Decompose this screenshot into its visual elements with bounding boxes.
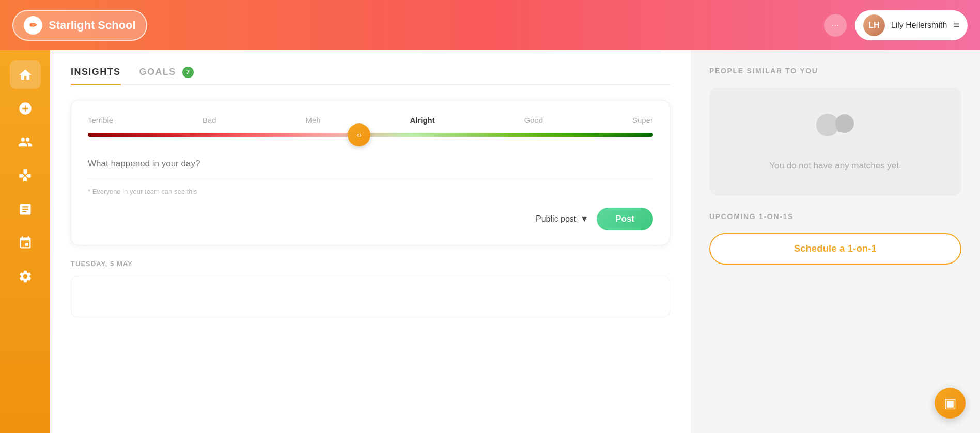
dots-icon: ···	[831, 20, 839, 30]
logo-icon: ✏	[24, 16, 42, 35]
user-profile-button[interactable]: LH Lily Hellersmith ≡	[855, 10, 968, 40]
chat-bubble-button[interactable]: ▣	[935, 388, 966, 419]
chat-icon: ▣	[944, 395, 957, 411]
mood-terrible: Terrible	[88, 116, 113, 125]
mood-slider-handle[interactable]: ‹›	[348, 123, 370, 146]
slider-arrow-icon: ‹›	[356, 131, 361, 139]
tab-insights[interactable]: INSIGHTS	[71, 67, 121, 84]
logo-area[interactable]: ✏ Starlight School	[12, 10, 147, 41]
visibility-hint: * Everyone in your team can see this	[88, 188, 653, 195]
upcoming-section: UPCOMING 1-ON-1S Schedule a 1-on-1	[709, 212, 961, 265]
gear-icon	[18, 269, 33, 284]
sidebar-item-people[interactable]	[10, 128, 41, 156]
mood-footer: Public post ▼ Post	[88, 208, 653, 230]
mood-bad: Bad	[203, 116, 216, 125]
sidebar-item-reports[interactable]	[10, 195, 41, 223]
org-icon	[18, 236, 33, 250]
svg-rect-3	[838, 126, 845, 132]
users-icon	[18, 135, 33, 149]
plus-circle-icon	[18, 101, 33, 116]
quote-icon	[815, 112, 856, 150]
mood-super: Super	[632, 116, 653, 125]
sidebar	[0, 50, 50, 433]
mood-slider-container: ‹›	[88, 133, 653, 137]
header: ✏ Starlight School ··· LH Lily Hellersmi…	[0, 0, 980, 50]
visibility-dropdown[interactable]: Public post ▼	[536, 214, 588, 224]
date-label: TUESDAY, 5 MAY	[71, 260, 670, 268]
logo-symbol: ✏	[29, 20, 37, 31]
mood-card: Terrible Bad Meh Alright Good Super ‹› ⚪	[71, 100, 670, 245]
schedule-1on1-button[interactable]: Schedule a 1-on-1	[709, 233, 961, 265]
goals-badge: 7	[182, 67, 194, 78]
mood-slider-track: ‹›	[88, 133, 653, 137]
post-button[interactable]: Post	[597, 208, 653, 230]
home-icon	[18, 68, 33, 82]
sidebar-item-games[interactable]	[10, 161, 41, 190]
tab-goals[interactable]: GOALS 7	[139, 67, 194, 84]
svg-rect-2	[821, 128, 829, 135]
similar-people-title: PEOPLE SIMILAR TO YOU	[709, 67, 961, 75]
hamburger-icon: ≡	[953, 19, 959, 31]
main-layout: INSIGHTS GOALS 7 Terrible Bad Meh Alrigh…	[50, 50, 980, 433]
upcoming-title: UPCOMING 1-ON-1S	[709, 212, 961, 221]
gamepad-icon	[18, 168, 33, 183]
sidebar-item-add[interactable]	[10, 94, 41, 122]
sidebar-item-home[interactable]	[10, 60, 41, 89]
sidebar-item-org[interactable]	[10, 228, 41, 257]
chevron-down-icon: ▼	[580, 214, 588, 224]
mood-labels: Terrible Bad Meh Alright Good Super	[88, 116, 653, 125]
day-description-input[interactable]	[88, 153, 653, 179]
mood-good: Good	[524, 116, 543, 125]
entry-card-placeholder	[71, 276, 670, 317]
no-matches-text: You do not have any matches yet.	[769, 161, 901, 171]
right-panel: PEOPLE SIMILAR TO YOU You do not have an…	[691, 50, 980, 433]
no-matches-area: You do not have any matches yet.	[709, 87, 961, 196]
user-name: Lily Hellersmith	[891, 21, 947, 30]
visibility-label: Public post	[536, 214, 576, 224]
app-title: Starlight School	[49, 19, 136, 32]
more-options-button[interactable]: ···	[824, 14, 847, 37]
text-input-area: ⚪ ◻	[88, 153, 653, 181]
content-area: INSIGHTS GOALS 7 Terrible Bad Meh Alrigh…	[50, 50, 691, 433]
chart-icon	[18, 202, 33, 216]
mood-meh: Meh	[305, 116, 320, 125]
mood-alright: Alright	[410, 116, 434, 125]
sidebar-item-settings[interactable]	[10, 262, 41, 290]
header-right: ··· LH Lily Hellersmith ≡	[824, 10, 968, 40]
avatar: LH	[863, 14, 885, 36]
tabs: INSIGHTS GOALS 7	[71, 67, 670, 85]
